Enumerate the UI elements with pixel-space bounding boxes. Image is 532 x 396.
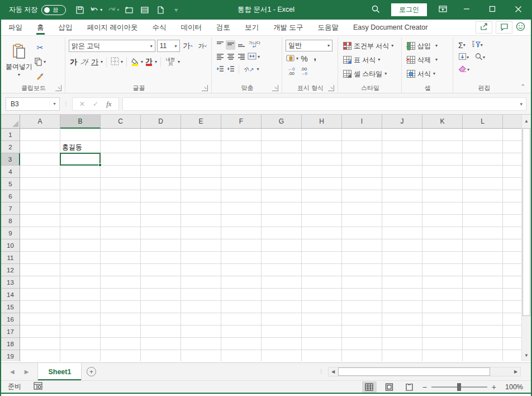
cell-H12[interactable] bbox=[302, 264, 342, 276]
clear-button[interactable]: ▾ bbox=[457, 65, 471, 75]
cell-A14[interactable] bbox=[20, 289, 60, 301]
cell-I7[interactable] bbox=[342, 202, 382, 215]
cell-C2[interactable] bbox=[101, 141, 141, 153]
tab-file[interactable]: 파일 bbox=[1, 20, 30, 35]
comma-style-button[interactable]: , bbox=[310, 54, 320, 64]
cell-B7[interactable] bbox=[60, 202, 101, 215]
insert-cells-button[interactable]: ← 삽입▾ bbox=[405, 39, 450, 53]
cell-E12[interactable] bbox=[181, 264, 221, 276]
cell-A15[interactable] bbox=[20, 301, 60, 313]
cell-J8[interactable] bbox=[382, 215, 422, 227]
row-header-13[interactable]: 13 bbox=[1, 276, 20, 289]
cell-K2[interactable] bbox=[422, 141, 463, 153]
cell-F16[interactable] bbox=[221, 313, 262, 326]
clipboard-dialog-launcher[interactable]: ↘ bbox=[55, 85, 61, 91]
cell-F17[interactable] bbox=[221, 326, 262, 338]
tab-data[interactable]: 데이터 bbox=[173, 20, 209, 35]
cell-B19[interactable] bbox=[60, 350, 101, 361]
cell-G3[interactable] bbox=[262, 153, 302, 166]
cell-A3[interactable] bbox=[20, 153, 60, 166]
cell-E8[interactable] bbox=[181, 215, 221, 227]
align-top-button[interactable] bbox=[215, 40, 225, 50]
number-format-combo[interactable]: 일반▾ bbox=[286, 40, 332, 51]
cell-I9[interactable] bbox=[342, 227, 382, 239]
cell-J10[interactable] bbox=[382, 239, 422, 252]
row-header-2[interactable]: 2 bbox=[1, 141, 20, 153]
cell-G13[interactable] bbox=[262, 276, 302, 289]
cell-L3[interactable] bbox=[463, 153, 503, 166]
cell-L6[interactable] bbox=[463, 190, 503, 202]
align-bottom-button[interactable] bbox=[236, 40, 246, 50]
cell-A19[interactable] bbox=[20, 350, 60, 361]
cell-partial-5[interactable] bbox=[503, 178, 521, 190]
cell-C15[interactable] bbox=[101, 301, 141, 313]
cell-H3[interactable] bbox=[302, 153, 342, 166]
cell-J4[interactable] bbox=[382, 166, 422, 178]
cell-A9[interactable] bbox=[20, 227, 60, 239]
column-header-G[interactable]: G bbox=[262, 115, 302, 129]
cell-E18[interactable] bbox=[181, 338, 221, 350]
cell-H5[interactable] bbox=[302, 178, 342, 190]
scroll-up-icon[interactable]: ▲ bbox=[522, 115, 531, 127]
cell-J9[interactable] bbox=[382, 227, 422, 239]
cell-F14[interactable] bbox=[221, 289, 262, 301]
cell-B10[interactable] bbox=[60, 239, 101, 252]
cell-K11[interactable] bbox=[422, 252, 463, 264]
fill-color-dropdown-icon[interactable]: ▾ bbox=[141, 60, 143, 64]
cell-G10[interactable] bbox=[262, 239, 302, 252]
cell-A8[interactable] bbox=[20, 215, 60, 227]
merge-center-button[interactable] bbox=[247, 53, 256, 62]
cell-B6[interactable] bbox=[60, 190, 101, 202]
cell-partial-16[interactable] bbox=[503, 313, 521, 326]
cell-F5[interactable] bbox=[221, 178, 262, 190]
cell-partial-3[interactable] bbox=[503, 153, 521, 166]
column-header-L[interactable]: L bbox=[463, 115, 503, 129]
new-sheet-button[interactable]: + bbox=[82, 363, 101, 380]
tab-page-layout[interactable]: 페이지 레이아웃 bbox=[80, 20, 145, 35]
cell-B3[interactable] bbox=[60, 153, 101, 166]
cell-B5[interactable] bbox=[60, 178, 101, 190]
cell-C18[interactable] bbox=[101, 338, 141, 350]
vertical-scrollbar[interactable]: ▲ ▼ bbox=[521, 115, 531, 361]
row-header-12[interactable]: 12 bbox=[1, 264, 20, 276]
cell-J15[interactable] bbox=[382, 301, 422, 313]
cell-B16[interactable] bbox=[60, 313, 101, 326]
cell-F10[interactable] bbox=[221, 239, 262, 252]
cell-D15[interactable] bbox=[141, 301, 181, 313]
row-header-10[interactable]: 10 bbox=[1, 239, 20, 252]
column-header-I[interactable]: I bbox=[342, 115, 382, 129]
cell-F1[interactable] bbox=[221, 129, 262, 141]
cell-H9[interactable] bbox=[302, 227, 342, 239]
formula-bar-divider[interactable]: ⋮ bbox=[63, 101, 69, 107]
cell-D17[interactable] bbox=[141, 326, 181, 338]
login-button[interactable]: 로그인 bbox=[391, 3, 427, 16]
cell-H15[interactable] bbox=[302, 301, 342, 313]
row-header-15[interactable]: 15 bbox=[1, 301, 20, 313]
cell-partial-14[interactable] bbox=[503, 289, 521, 301]
tab-view[interactable]: 보기 bbox=[238, 20, 266, 35]
cell-K8[interactable] bbox=[422, 215, 463, 227]
select-all-corner[interactable] bbox=[1, 115, 20, 129]
column-header-A[interactable]: A bbox=[20, 115, 60, 129]
cell-C12[interactable] bbox=[101, 264, 141, 276]
copy-dropdown-icon[interactable]: ▾ bbox=[44, 60, 46, 64]
decrease-decimal-button[interactable]: .00→0 bbox=[298, 66, 309, 78]
cell-L4[interactable] bbox=[463, 166, 503, 178]
column-header-partial[interactable] bbox=[503, 115, 521, 129]
cell-G7[interactable] bbox=[262, 202, 302, 215]
cell-J14[interactable] bbox=[382, 289, 422, 301]
cell-G16[interactable] bbox=[262, 313, 302, 326]
orientation-dropdown-icon[interactable]: ▾ bbox=[256, 67, 259, 72]
cell-G18[interactable] bbox=[262, 338, 302, 350]
cell-L8[interactable] bbox=[463, 215, 503, 227]
cell-J13[interactable] bbox=[382, 276, 422, 289]
cell-H7[interactable] bbox=[302, 202, 342, 215]
format-as-table-button[interactable]: 표 서식▾ bbox=[341, 53, 399, 67]
cell-L1[interactable] bbox=[463, 129, 503, 141]
cell-H6[interactable] bbox=[302, 190, 342, 202]
cell-partial-2[interactable] bbox=[503, 141, 521, 153]
cell-A13[interactable] bbox=[20, 276, 60, 289]
cell-E3[interactable] bbox=[181, 153, 221, 166]
page-break-preview-button[interactable] bbox=[402, 381, 417, 393]
cell-I2[interactable] bbox=[342, 141, 382, 153]
